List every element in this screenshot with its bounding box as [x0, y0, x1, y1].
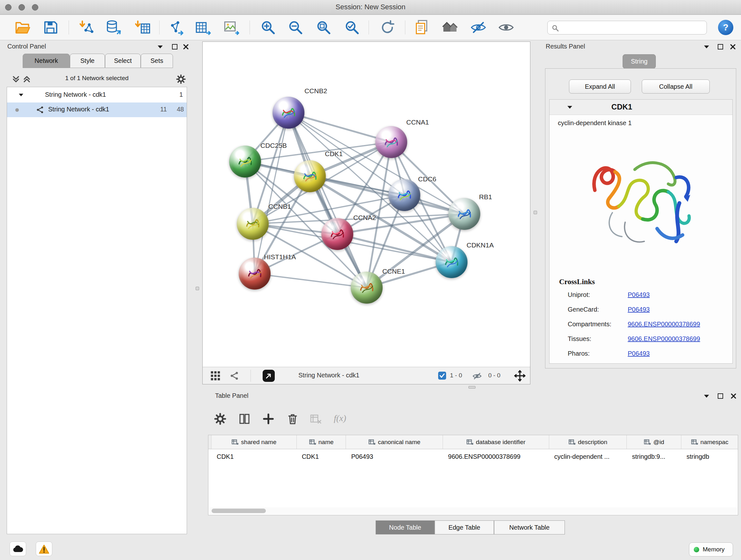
delete-table-button-disabled[interactable] [310, 413, 322, 425]
crosslink-link[interactable]: P06493 [628, 350, 650, 357]
panel-collapse-icon[interactable] [704, 45, 710, 49]
network-node-cdc25b[interactable] [229, 145, 261, 178]
column-icon [231, 439, 239, 446]
zoom-fit-button[interactable] [315, 19, 332, 36]
zoom-in-button[interactable] [260, 19, 276, 36]
delete-column-button[interactable] [286, 413, 299, 425]
warnings-button[interactable] [36, 542, 52, 556]
tab-edge-table[interactable]: Edge Table [434, 520, 494, 535]
open-in-window-button[interactable] [263, 370, 275, 382]
crosslink-row: Compartments: 9606.ENSP00000378699 [549, 320, 732, 333]
panel-close-icon[interactable] [730, 44, 736, 50]
hide-selected-button[interactable] [470, 19, 487, 36]
network-node-cdk1[interactable] [294, 160, 326, 192]
tab-network-table[interactable]: Network Table [494, 520, 565, 535]
table-panel: Table Panel f(x) shared name name [207, 390, 739, 537]
column-header-name[interactable]: name [297, 435, 346, 449]
table-settings-button[interactable] [214, 413, 226, 425]
network-canvas[interactable]: CCNB2CCNA1CDC25BCDK1CDC6RB1CCNB1CCNA2CDK… [203, 42, 530, 367]
network-node-ccne1[interactable] [351, 272, 383, 304]
column-header-canonical-name[interactable]: canonical name [346, 435, 443, 449]
save-session-button[interactable] [42, 19, 59, 36]
network-node-cdc6[interactable] [388, 179, 420, 211]
panel-float-icon[interactable] [172, 44, 178, 50]
import-network-file-button[interactable] [78, 19, 95, 36]
memory-button[interactable]: Memory [689, 543, 733, 557]
column-header-shared-name[interactable]: shared name [212, 435, 297, 449]
panel-float-icon[interactable] [718, 44, 723, 50]
zoom-selected-icon [344, 19, 360, 36]
panel-close-icon[interactable] [731, 393, 737, 399]
column-header-namespace[interactable]: namespac [681, 435, 738, 449]
refresh-button[interactable] [379, 19, 396, 36]
cell-description: cyclin-dependent ... [549, 449, 627, 464]
network-node-hist1h1a[interactable] [239, 258, 271, 290]
columns-icon [238, 413, 251, 425]
horizontal-scrollbar[interactable] [209, 507, 737, 514]
crosslink-link[interactable]: 9606.ENSP00000378699 [628, 320, 700, 328]
show-all-button[interactable] [498, 19, 515, 36]
gene-section-header[interactable]: CDK1 [549, 100, 732, 115]
export-network-button[interactable] [167, 19, 184, 36]
network-row-selected[interactable]: String Network - cdk1 11 48 [7, 103, 187, 117]
pan-move-icon[interactable] [514, 370, 526, 382]
results-tab-string[interactable]: String [623, 54, 656, 69]
panel-collapse-icon[interactable] [157, 45, 163, 49]
column-header-database-identifier[interactable]: database identifier [443, 435, 549, 449]
database-icon [105, 19, 122, 36]
copy-document-button[interactable] [414, 19, 430, 36]
table-row[interactable]: CDK1 CDK1 P06493 9606.ENSP00000378699 cy… [208, 449, 738, 464]
crosslink-row: Uniprot: P06493 [549, 291, 732, 304]
network-node-rb1[interactable] [448, 198, 480, 230]
tab-network[interactable]: Network [23, 54, 70, 68]
tab-sets[interactable]: Sets [141, 54, 173, 68]
zoom-out-button[interactable] [287, 19, 304, 36]
panel-close-icon[interactable] [183, 44, 189, 50]
birdseye-grid-icon[interactable] [210, 371, 220, 381]
hidden-eye-slash-icon[interactable] [472, 371, 482, 381]
open-session-button[interactable] [14, 19, 30, 36]
expand-all-button[interactable]: Expand All [569, 79, 631, 94]
crosslink-link[interactable]: 9606.ENSP00000378699 [628, 335, 700, 343]
add-column-button[interactable] [262, 413, 275, 425]
help-button[interactable]: ? [718, 20, 733, 35]
scrollbar-thumb[interactable] [212, 509, 266, 513]
network-node-ccna1[interactable] [375, 126, 407, 158]
home-networks-button[interactable] [442, 19, 459, 36]
tab-select[interactable]: Select [105, 54, 141, 68]
network-node-ccna2[interactable] [321, 218, 353, 250]
import-network-database-button[interactable] [105, 19, 122, 36]
column-header-description[interactable]: description [549, 435, 627, 449]
cloud-status-button[interactable] [10, 542, 26, 556]
network-options-gear-icon[interactable] [176, 74, 186, 84]
network-node-ccnb1[interactable] [237, 208, 269, 240]
collapse-all-button[interactable]: Collapse All [642, 79, 710, 94]
network-collection-row[interactable]: String Network - cdk1 1 [7, 88, 187, 103]
tree-expand-icon[interactable] [18, 93, 23, 97]
bottom-splitter-handle[interactable] [468, 386, 475, 388]
crosslink-link[interactable]: P06493 [628, 291, 650, 299]
network-node-label-cdc6: CDC6 [418, 175, 436, 183]
panel-collapse-icon[interactable] [704, 394, 710, 398]
search-input[interactable] [562, 22, 702, 33]
column-header-id[interactable]: @id [627, 435, 681, 449]
tab-style[interactable]: Style [70, 54, 105, 68]
export-image-button[interactable] [223, 19, 240, 36]
panel-float-icon[interactable] [718, 393, 723, 399]
crosslink-link[interactable]: P06493 [628, 306, 650, 313]
tab-node-table[interactable]: Node Table [376, 520, 434, 535]
show-columns-button[interactable] [238, 413, 251, 425]
selected-nodes-checkbox[interactable] [438, 372, 446, 380]
network-node-cdkn1a[interactable] [435, 246, 468, 278]
protein-thumbnail-icon [300, 167, 320, 185]
export-table-button[interactable] [195, 19, 212, 36]
network-share-icon[interactable] [230, 371, 239, 380]
gene-section: CDK1 cyclin-dependent kinase 1 [549, 99, 733, 364]
function-builder-button[interactable]: f(x) [334, 413, 346, 423]
zoom-selected-button[interactable] [344, 19, 360, 36]
left-splitter-handle[interactable] [196, 287, 199, 290]
network-node-ccnb2[interactable] [273, 97, 305, 129]
control-panel-title: Control Panel [7, 43, 46, 50]
right-splitter-handle[interactable] [534, 211, 537, 214]
import-table-button[interactable] [134, 19, 151, 36]
